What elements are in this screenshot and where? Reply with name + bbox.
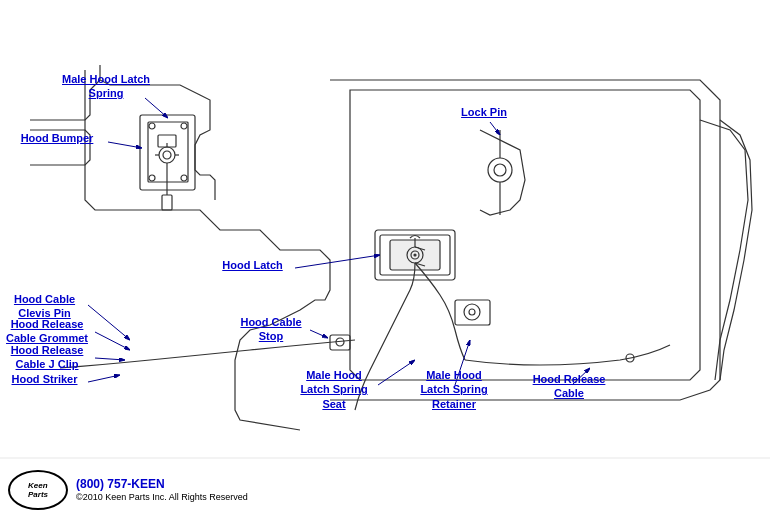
label-hood-striker[interactable]: Hood Striker	[2, 372, 87, 386]
label-hood-cable-stop[interactable]: Hood CableStop	[232, 315, 310, 344]
label-hood-bumper[interactable]: Hood Bumper	[12, 131, 102, 145]
label-hood-release-cable-j-clip[interactable]: Hood ReleaseCable J Clip	[2, 343, 92, 372]
phone-number[interactable]: (800) 757-KEEN	[76, 477, 248, 491]
label-male-hood-latch-spring-seat[interactable]: Male HoodLatch SpringSeat	[290, 368, 378, 411]
label-hood-release-cable[interactable]: Hood ReleaseCable	[525, 372, 613, 401]
svg-point-21	[414, 254, 416, 256]
label-hood-latch[interactable]: Hood Latch	[215, 258, 290, 272]
keen-parts-logo: KeenParts	[8, 470, 68, 510]
label-male-hood-latch-spring[interactable]: Male Hood Latch Spring	[62, 72, 150, 101]
footer: KeenParts (800) 757-KEEN ©2010 Keen Part…	[8, 470, 248, 510]
label-lock-pin[interactable]: Lock Pin	[448, 105, 520, 119]
label-male-hood-latch-spring-retainer[interactable]: Male HoodLatch SpringRetainer	[408, 368, 500, 411]
copyright: ©2010 Keen Parts Inc. All Rights Reserve…	[76, 491, 248, 504]
diagram-container: Male Hood Latch Spring Hood Bumper Hood …	[0, 0, 770, 518]
label-hood-release-cable-grommet[interactable]: Hood ReleaseCable Grommet	[2, 317, 92, 346]
footer-info: (800) 757-KEEN ©2010 Keen Parts Inc. All…	[76, 477, 248, 504]
